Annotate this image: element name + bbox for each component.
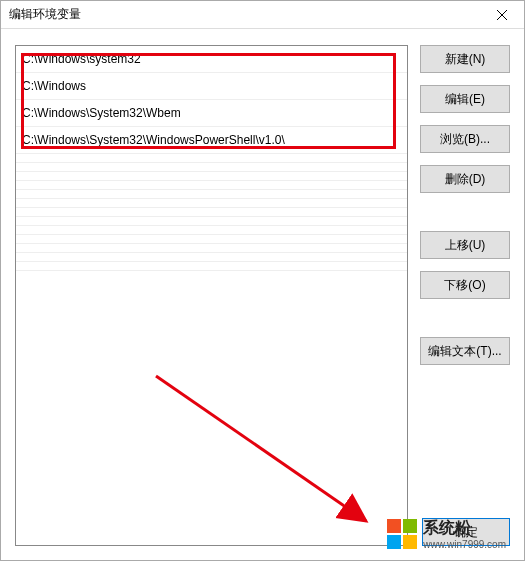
list-item[interactable] (16, 172, 407, 181)
list-item[interactable]: C:\Windows (16, 73, 407, 100)
titlebar-title: 编辑环境变量 (9, 6, 480, 23)
edit-text-button[interactable]: 编辑文本(T)... (420, 337, 510, 365)
move-up-button[interactable]: 上移(U) (420, 231, 510, 259)
list-item[interactable]: C:\Windows\System32\Wbem (16, 100, 407, 127)
move-down-button[interactable]: 下移(O) (420, 271, 510, 299)
list-item[interactable] (16, 262, 407, 271)
path-list[interactable]: C:\Windows\system32 C:\Windows C:\Window… (15, 45, 408, 546)
edit-env-var-dialog: 编辑环境变量 C:\Windows\system32 C:\Windows C:… (0, 0, 525, 561)
list-item[interactable] (16, 163, 407, 172)
list-item[interactable]: C:\Windows\System32\WindowsPowerShell\v1… (16, 127, 407, 154)
titlebar: 编辑环境变量 (1, 1, 524, 29)
list-item[interactable] (16, 253, 407, 262)
list-item[interactable] (16, 199, 407, 208)
list-item[interactable] (16, 190, 407, 199)
list-item[interactable] (16, 235, 407, 244)
list-item[interactable] (16, 208, 407, 217)
list-item[interactable] (16, 154, 407, 163)
browse-button[interactable]: 浏览(B)... (420, 125, 510, 153)
list-item[interactable]: C:\Windows\system32 (16, 46, 407, 73)
close-icon (497, 10, 507, 20)
dialog-content: C:\Windows\system32 C:\Windows C:\Window… (1, 31, 524, 560)
list-item[interactable] (16, 226, 407, 235)
list-item[interactable] (16, 181, 407, 190)
delete-button[interactable]: 删除(D) (420, 165, 510, 193)
edit-button[interactable]: 编辑(E) (420, 85, 510, 113)
list-item[interactable] (16, 217, 407, 226)
button-column: 新建(N) 编辑(E) 浏览(B)... 删除(D) 上移(U) 下移(O) 编… (420, 45, 510, 546)
new-button[interactable]: 新建(N) (420, 45, 510, 73)
list-item[interactable] (16, 244, 407, 253)
ok-button[interactable]: 确定 (422, 518, 510, 546)
close-button[interactable] (480, 1, 524, 29)
dialog-footer: 确定 (422, 518, 510, 546)
